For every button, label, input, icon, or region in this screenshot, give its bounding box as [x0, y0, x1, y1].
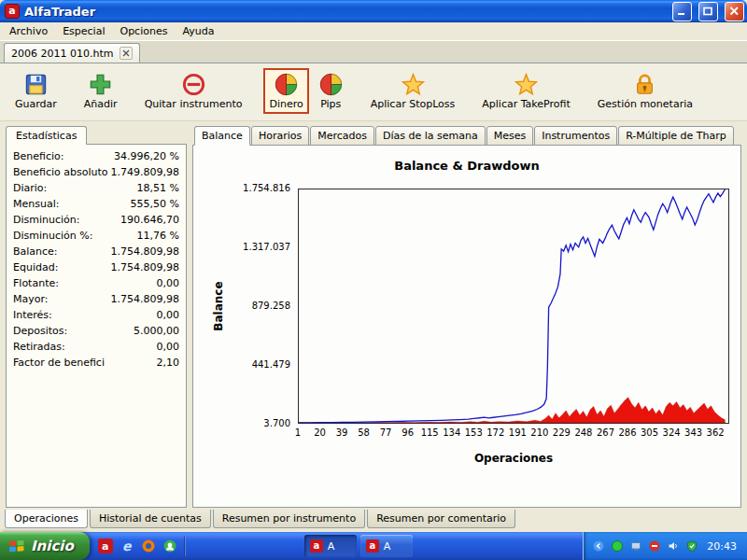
statistics-panel: Beneficio:34.996,20 % Beneficio absoluto… — [6, 144, 187, 508]
y-axis-tick-label: 1.754.816 — [243, 183, 290, 193]
toolbar: Guardar Añadir Quitar instrumento — [0, 63, 747, 121]
button-label: Guardar — [15, 98, 57, 110]
chart-panel: Balance & Drawdown Balance 1.754.8161.31… — [192, 145, 741, 508]
hide-icons-chevron-icon[interactable] — [592, 539, 605, 553]
x-axis-tick-label: 210 — [530, 427, 548, 438]
button-label: Aplicar StopLoss — [371, 98, 456, 110]
add-icon — [88, 72, 113, 97]
stat-label: Equidad: — [13, 261, 58, 273]
tab-balance[interactable]: Balance — [194, 126, 250, 146]
taskbar-clock: 20:43 — [707, 540, 737, 553]
stat-value: 1.754.809,98 — [111, 261, 179, 273]
stat-value: 0,00 — [157, 309, 180, 321]
close-button[interactable] — [725, 2, 744, 21]
tab-meses[interactable]: Meses — [486, 126, 534, 146]
menu-opciones[interactable]: Opciones — [112, 23, 175, 39]
dinero-button[interactable]: Dinero — [263, 68, 308, 114]
stat-label: Beneficio: — [13, 150, 64, 162]
shield-security-icon[interactable] — [685, 539, 698, 553]
menu-especial[interactable]: Especial — [55, 23, 112, 39]
aplicar-takeprofit-button[interactable]: Aplicar TakeProfit — [476, 68, 576, 114]
x-axis-tick-label: 58 — [358, 427, 370, 438]
tab-horarios[interactable]: Horarios — [251, 126, 309, 146]
volume-icon[interactable] — [667, 539, 680, 553]
tab-mercados[interactable]: Mercados — [310, 126, 374, 146]
y-axis-tick-label: 3.700 — [263, 418, 290, 428]
internet-explorer-icon[interactable]: e — [120, 539, 134, 553]
system-tray: 20:43 — [583, 532, 747, 560]
menu-archivo[interactable]: Archivo — [2, 23, 55, 39]
taskbar-window-button-1[interactable]: a A — [304, 535, 357, 557]
anadir-button[interactable]: Añadir — [78, 68, 123, 114]
stat-row: Flotante:0,00 — [7, 275, 186, 291]
x-axis-tick-label: 153 — [465, 427, 483, 438]
x-axis-tick-label: 286 — [618, 427, 636, 438]
drawdown-area-series — [299, 398, 725, 423]
x-axis-tick-label: 96 — [402, 427, 414, 438]
usb-device-icon[interactable] — [629, 539, 642, 553]
stat-value: 0,00 — [157, 277, 180, 289]
stat-label: Depositos: — [13, 325, 67, 337]
star-icon — [401, 72, 426, 97]
guardar-button[interactable]: Guardar — [9, 68, 63, 114]
stat-label: Beneficio absoluto — [13, 166, 108, 178]
x-axis-ticks: 1203958779611513415317219121022924826728… — [298, 427, 729, 440]
start-label: Inicio — [31, 538, 74, 554]
x-axis-tick-label: 1 — [295, 427, 301, 438]
button-label: Añadir — [84, 98, 118, 110]
title-bar[interactable]: a AlfaTrader — [0, 0, 747, 22]
tab-instrumentos[interactable]: Instrumentos — [534, 126, 617, 146]
stat-label: Disminución: — [13, 214, 79, 226]
lock-icon — [632, 72, 657, 97]
y-axis-tick-label: 441.479 — [252, 359, 290, 370]
x-axis-tick-label: 324 — [663, 427, 681, 438]
tab-historial-de-cuentas[interactable]: Historial de cuentas — [90, 510, 211, 528]
gestion-monetaria-button[interactable]: Gestión monetaria — [592, 68, 698, 114]
status-green-icon[interactable] — [611, 539, 624, 553]
taskbar-divider — [184, 536, 186, 556]
windows-flag-icon — [8, 539, 25, 553]
stat-label: Mayor: — [13, 293, 49, 305]
x-axis-label: Operaciones — [298, 452, 729, 465]
tab-resumen-por-instrumento[interactable]: Resumen por instrumento — [213, 510, 365, 528]
taskbar-window-label: A — [384, 540, 391, 553]
stat-label: Balance: — [13, 245, 58, 258]
maximize-button[interactable] — [698, 2, 718, 21]
y-axis-label: Balance — [210, 189, 227, 424]
stat-value: 1.754.809,98 — [111, 245, 179, 258]
stat-row: Depositos:5.000,00 — [7, 323, 186, 339]
aplicar-stoploss-button[interactable]: Aplicar StopLoss — [365, 68, 461, 114]
button-label: Pips — [320, 98, 341, 110]
tab-operaciones[interactable]: Operaciones — [5, 510, 88, 528]
alfatrader-quicklaunch-icon[interactable]: a — [98, 539, 113, 553]
messenger-icon[interactable] — [162, 539, 177, 553]
stat-label: Interés: — [13, 309, 52, 321]
pips-button[interactable]: Pips — [313, 68, 349, 114]
alfatrader-window: a AlfaTrader Archivo Especial Opciones A… — [0, 0, 747, 532]
start-button[interactable]: Inicio — [0, 532, 90, 560]
tab-estadisticas[interactable]: Estadísticas — [6, 126, 87, 145]
stat-value: 11,76 % — [137, 230, 179, 242]
document-tab[interactable]: 2006 2011 010.htm — [4, 43, 140, 63]
minimize-button[interactable] — [672, 2, 692, 21]
alfatrader-taskbar-icon: a — [366, 539, 379, 553]
tab-resumen-por-comentario[interactable]: Resumen por comentario — [367, 510, 515, 528]
tab-r-multiple-de-tharp[interactable]: R-Múltiple de Tharp — [618, 126, 734, 146]
chart-title: Balance & Drawdown — [193, 159, 740, 173]
document-tab-strip: 2006 2011 010.htm — [0, 41, 747, 63]
stat-row: Equidad:1.754.809,98 — [7, 259, 186, 275]
stat-row: Factor de benefici2,10 — [7, 355, 186, 371]
screen: a AlfaTrader Archivo Especial Opciones A… — [0, 0, 747, 560]
taskbar-window-label: A — [328, 540, 335, 553]
chart-plot-area — [298, 189, 729, 424]
antivirus-icon[interactable] — [648, 539, 661, 553]
firefox-icon[interactable] — [141, 539, 156, 553]
document-tab-close-icon[interactable] — [120, 47, 133, 60]
pie-button-group: Dinero Pips — [263, 68, 348, 114]
quitar-instrumento-button[interactable]: Quitar instrumento — [139, 68, 248, 114]
x-axis-tick-label: 134 — [443, 427, 460, 438]
tab-dias-de-la-semana[interactable]: Días de la semana — [375, 126, 486, 146]
menu-ayuda[interactable]: Ayuda — [175, 23, 221, 39]
taskbar-window-button-2[interactable]: a A — [360, 535, 413, 557]
stat-value: 1.749.809,98 — [111, 166, 179, 178]
